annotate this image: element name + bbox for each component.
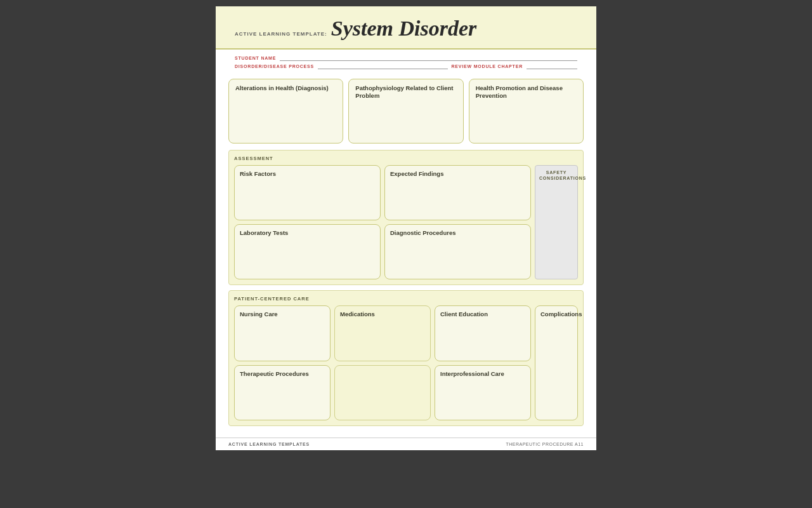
card-alterations-body [235,95,336,130]
card-client-education: Client Education [435,305,531,361]
page: ACTIVE LEARNING TEMPLATE: System Disorde… [216,6,596,450]
card-alterations-title: Alterations in Health (Diagnosis) [235,84,336,92]
footer: ACTIVE LEARNING TEMPLATES THERAPEUTIC PR… [216,438,596,450]
pcc-bottom-grid: Therapeutic Procedures Interprofessional… [234,365,531,420]
header-title: System Disorder [331,18,477,39]
card-client-education-title: Client Education [440,311,525,318]
card-therapeutic-procedures-body [240,380,325,415]
card-expected-findings-title: Expected Findings [390,170,525,178]
top-section: Alterations in Health (Diagnosis) Pathop… [228,75,584,144]
card-diagnostic-procedures-body [390,239,525,274]
main-content: Alterations in Health (Diagnosis) Pathop… [216,75,596,438]
student-name-label: STUDENT NAME [235,56,276,60]
footer-left: ACTIVE LEARNING TEMPLATES [228,442,310,446]
card-risk-factors-body [240,180,375,215]
review-label: REVIEW MODULE CHAPTER [452,64,523,69]
card-laboratory-tests-title: Laboratory Tests [240,229,375,237]
safety-title: SAFETYCONSIDERATIONS [539,170,573,182]
card-client-education-body [440,321,525,356]
assessment-section: ASSESSMENT Risk Factors Expected Finding… [228,150,584,286]
header: ACTIVE LEARNING TEMPLATE: System Disorde… [216,6,596,50]
card-diagnostic-procedures-title: Diagnostic Procedures [390,229,525,237]
safety-panel: SAFETYCONSIDERATIONS [535,165,578,280]
pcc-main: Nursing Care Medications Client Educatio… [234,305,531,420]
assessment-main: Risk Factors Expected Findings Laborator… [234,165,531,280]
card-alterations: Alterations in Health (Diagnosis) [228,79,343,144]
assessment-header: ASSESSMENT [234,156,578,161]
pcc-header: PATIENT-CENTERED CARE [234,296,578,302]
card-laboratory-tests: Laboratory Tests [234,224,381,279]
header-label: ACTIVE LEARNING TEMPLATE: [235,31,327,37]
footer-right: THERAPEUTIC PROCEDURE A11 [506,442,584,446]
student-info: STUDENT NAME DISORDER/DISEASE PROCESS RE… [216,50,596,75]
card-pathophysiology: Pathophysiology Related to Client Proble… [348,79,463,144]
card-risk-factors-title: Risk Factors [240,170,375,178]
card-interprofessional-care: Interprofessional Care [435,365,531,420]
review-line [527,63,577,69]
card-nursing-care: Nursing Care [234,305,331,361]
assessment-layout: Risk Factors Expected Findings Laborator… [234,165,578,280]
complications-panel: Complications [535,305,578,420]
card-risk-factors: Risk Factors [234,165,381,220]
pcc-section: PATIENT-CENTERED CARE Nursing Care Medic… [228,290,584,426]
card-medications-body [340,321,425,356]
card-nursing-care-body [240,321,325,356]
card-nursing-care-title: Nursing Care [240,311,325,318]
card-medications-bottom-body [340,370,425,405]
pcc-layout: Nursing Care Medications Client Educatio… [234,305,578,420]
card-pathophysiology-body [355,103,456,138]
card-medications-title: Medications [340,311,425,318]
card-pathophysiology-title: Pathophysiology Related to Client Proble… [355,84,456,100]
disorder-label: DISORDER/DISEASE PROCESS [235,64,314,69]
disorder-line [318,63,448,69]
card-diagnostic-procedures: Diagnostic Procedures [384,224,531,279]
card-medications-bottom [334,365,431,420]
student-name-line [280,55,577,61]
card-interprofessional-care-body [440,380,525,415]
card-therapeutic-procedures: Therapeutic Procedures [234,365,331,420]
pcc-top-grid: Nursing Care Medications Client Educatio… [234,305,531,361]
assessment-grid: Risk Factors Expected Findings Laborator… [234,165,531,280]
complications-title: Complications [540,311,572,318]
card-expected-findings-body [390,180,525,215]
card-interprofessional-care-title: Interprofessional Care [440,370,525,378]
card-expected-findings: Expected Findings [384,165,531,220]
card-health-promotion-title: Health Promotion and Disease Prevention [476,84,577,100]
card-therapeutic-procedures-title: Therapeutic Procedures [240,370,325,378]
card-health-promotion: Health Promotion and Disease Prevention [469,79,584,144]
card-health-promotion-body [476,103,577,138]
card-laboratory-tests-body [240,239,375,274]
card-medications: Medications [334,305,431,361]
